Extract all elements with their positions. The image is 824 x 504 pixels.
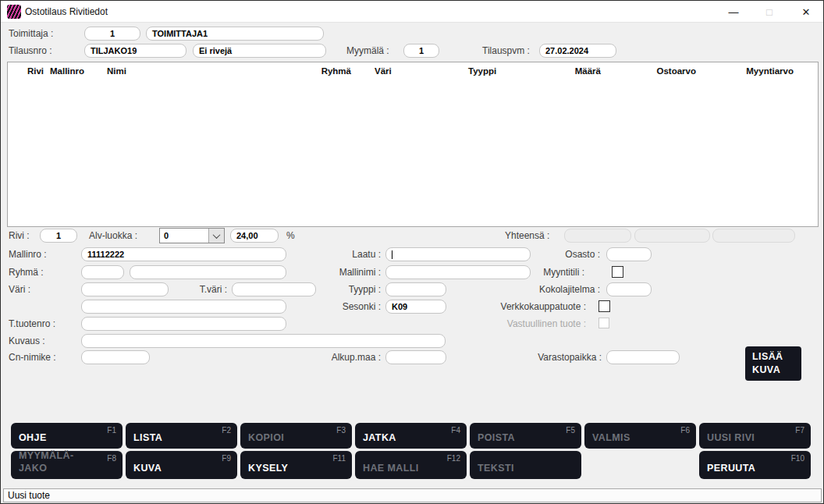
varastopaikka-label: Varastopaikka : <box>485 350 602 364</box>
button-myymala-jako[interactable]: MYYMÄLÄ- JAKOF8 <box>11 451 123 479</box>
cn-nimike-label: Cn-nimike : <box>9 350 56 364</box>
column-header-nimi: Nimi <box>107 66 126 76</box>
sesonki-field[interactable]: K09 <box>385 300 446 314</box>
toimittaja-nimi-field[interactable]: TOIMITTAJA1 <box>146 27 324 41</box>
tilausnro-field[interactable]: TILJAKO19 <box>84 44 186 58</box>
yhteensa-ostoarvo-field <box>634 229 710 243</box>
column-header-tyyppi: Tyyppi <box>468 66 496 76</box>
yhteensa-maara-field <box>564 229 631 243</box>
fkey-label: F1 <box>107 426 116 435</box>
prosentti-merkki: % <box>286 229 295 243</box>
button-hae-malli[interactable]: HAE MALLIF12 <box>355 451 467 479</box>
close-button[interactable]: ✕ <box>789 1 823 23</box>
button-kopioi[interactable]: KOPIOIF3 <box>240 423 352 449</box>
app-icon <box>7 5 21 19</box>
title-bar: Ostotilaus Rivitiedot — □ ✕ <box>1 1 823 23</box>
kuvaus-label: Kuvaus : <box>9 334 45 348</box>
button-lista[interactable]: LISTAF2 <box>126 423 237 449</box>
alv-luokka-select[interactable]: 0 <box>159 228 225 243</box>
yhteensa-myyntiarvo-field <box>712 229 795 243</box>
button-label: UUSI RIVI <box>707 431 755 444</box>
column-header-ryhma: Ryhmä <box>303 66 351 76</box>
alkup-maa-field[interactable] <box>385 350 446 364</box>
maximize-button: □ <box>752 1 787 23</box>
myymala-label: Myymälä : <box>346 44 389 58</box>
column-header-maara: Määrä <box>554 66 601 76</box>
alv-prosentti-field[interactable]: 24,00 <box>230 229 279 243</box>
ryhma-label: Ryhmä : <box>9 265 44 279</box>
varastopaikka-field[interactable] <box>606 350 680 364</box>
vari-field[interactable] <box>81 282 169 296</box>
toimittaja-nro-field[interactable]: 1 <box>84 27 140 41</box>
column-header-ostoarvo: Ostoarvo <box>640 66 696 76</box>
button-label: LISTA <box>133 431 162 444</box>
window-title: Ostotilaus Rivitiedot <box>25 1 108 23</box>
fkey-label: F12 <box>447 454 460 463</box>
button-label: HAE MALLI <box>363 462 419 474</box>
kuvaus-field[interactable] <box>81 334 446 348</box>
toimittaja-label: Toimittaja : <box>9 27 53 41</box>
osasto-label: Osasto : <box>500 247 600 261</box>
button-kysely[interactable]: KYSELYF11 <box>240 451 352 479</box>
button-jatka[interactable]: JATKAF4 <box>355 423 467 449</box>
tilauspvm-field[interactable]: 27.02.2024 <box>539 44 616 58</box>
status-bar: Uusi tuote <box>3 488 822 502</box>
tyyppi-label: Tyyppi : <box>297 282 381 296</box>
verkkokauppatuote-checkbox[interactable] <box>598 300 610 312</box>
tilauspvm-label: Tilauspvm : <box>482 44 530 58</box>
button-ohje[interactable]: OHJEF1 <box>11 423 123 449</box>
kokolajitelma-label: Kokolajitelma : <box>500 282 600 296</box>
tyyppi-field[interactable] <box>385 282 446 296</box>
rivi-label: Rivi : <box>9 229 30 243</box>
minimize-button[interactable]: — <box>716 1 751 23</box>
ttuotenro-label: T.tuotenro : <box>9 317 55 331</box>
button-label: POISTA <box>478 431 515 444</box>
vari-nimi-field[interactable] <box>81 300 286 314</box>
mallinro-label: Mallinro : <box>9 247 47 261</box>
button-label: KUVA <box>133 462 162 474</box>
button-teksti[interactable]: TEKSTI <box>470 451 581 479</box>
alkup-maa-label: Alkup.maa : <box>297 350 381 364</box>
ryhma-koodi-field[interactable] <box>81 265 124 279</box>
fkey-label: F3 <box>336 426 346 435</box>
myyntitili-checkbox[interactable] <box>612 266 623 278</box>
rivi-field[interactable]: 1 <box>40 229 77 243</box>
fkey-label: F6 <box>680 426 690 435</box>
cn-nimike-field[interactable] <box>81 350 150 364</box>
button-peruuta[interactable]: PERUUTAF10 <box>699 451 811 479</box>
fkey-label: F5 <box>566 426 575 435</box>
button-label: OHJE <box>19 431 47 444</box>
kokolajitelma-field[interactable] <box>606 282 652 296</box>
button-label: MYYMÄLÄ- JAKO <box>19 449 74 474</box>
button-label: KOPIOI <box>248 431 284 444</box>
button-uusi-rivi[interactable]: UUSI RIVIF7 <box>699 423 811 449</box>
yhteensa-label: Yhteensä : <box>505 229 549 243</box>
tvari-label: T.väri : <box>184 282 227 296</box>
vari-label: Väri : <box>9 282 30 296</box>
alv-luokka-label: Alv-luokka : <box>89 229 137 243</box>
mallinro-field[interactable]: 11112222 <box>81 247 286 261</box>
fkey-label: F7 <box>795 426 804 435</box>
button-label: KYSELY <box>248 462 288 474</box>
lisaa-kuva-label: LISÄÄ KUVA <box>752 350 783 377</box>
fkey-label: F11 <box>333 454 346 463</box>
osasto-field[interactable] <box>606 247 652 261</box>
button-label: TEKSTI <box>478 462 514 474</box>
vastuullinen-tuote-label: Vastuullinen tuote : <box>469 317 586 331</box>
myyntitili-label: Myyntitili : <box>500 265 584 279</box>
ttuotenro-field[interactable] <box>81 317 286 331</box>
app-window: Ostotilaus Rivitiedot — □ ✕ Toimittaja :… <box>0 0 824 504</box>
myymala-field[interactable]: 1 <box>403 44 439 58</box>
tilausnro-label: Tilausnro : <box>9 44 52 58</box>
button-poista[interactable]: POISTAF5 <box>470 423 581 449</box>
chevron-down-icon[interactable] <box>208 229 224 243</box>
fkey-label: F10 <box>791 454 804 463</box>
button-valmis[interactable]: VALMISF6 <box>584 423 696 449</box>
status-text: Uusi tuote <box>8 490 50 501</box>
button-label: JATKA <box>363 431 396 444</box>
lisaa-kuva-button[interactable]: LISÄÄ KUVA <box>745 346 801 381</box>
order-lines-table[interactable]: RiviMallinroNimiRyhmäVäriTyyppiMääräOsto… <box>7 62 819 227</box>
text-caret <box>392 250 392 259</box>
ryhma-nimi-field[interactable] <box>130 265 286 279</box>
button-kuva[interactable]: KUVAF9 <box>126 451 237 479</box>
